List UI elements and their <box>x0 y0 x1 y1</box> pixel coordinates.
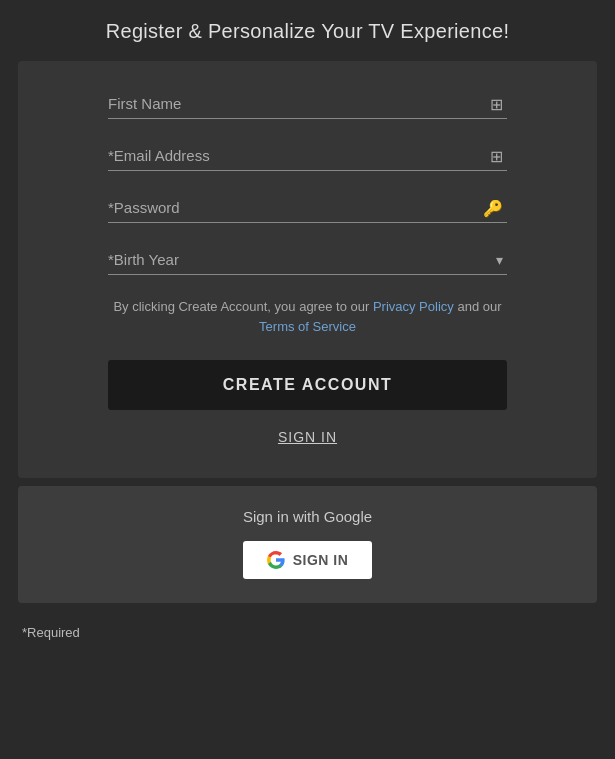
birth-year-field-group: *Birth Year 2026202520242023202220212020… <box>108 245 507 275</box>
first-name-field-group: ⊞ <box>108 89 507 119</box>
google-sign-in-button[interactable]: SIGN IN <box>243 541 373 579</box>
google-card: Sign in with Google SIGN IN <box>18 486 597 603</box>
main-card: ⊞ ⊞ 🔑 *Birth Year 2026202520242023202220… <box>18 61 597 478</box>
password-input[interactable] <box>108 193 507 223</box>
google-logo-icon <box>267 551 285 569</box>
sign-in-link-container: SIGN IN <box>108 428 507 446</box>
first-name-input[interactable] <box>108 89 507 119</box>
create-account-button[interactable]: CREATE ACCOUNT <box>108 360 507 410</box>
google-sign-in-text: Sign in with Google <box>108 508 507 525</box>
email-field-group: ⊞ <box>108 141 507 171</box>
birth-year-select[interactable]: *Birth Year 2026202520242023202220212020… <box>108 245 507 275</box>
email-icon: ⊞ <box>490 147 503 166</box>
privacy-policy-link[interactable]: Privacy Policy <box>373 299 454 314</box>
terms-of-service-link[interactable]: Terms of Service <box>259 319 356 334</box>
password-field-group: 🔑 <box>108 193 507 223</box>
page-title: Register & Personalize Your TV Experienc… <box>30 20 585 43</box>
first-name-icon: ⊞ <box>490 95 503 114</box>
required-note: *Required <box>0 611 615 654</box>
page-header: Register & Personalize Your TV Experienc… <box>0 0 615 61</box>
google-sign-in-label: SIGN IN <box>293 552 349 568</box>
password-toggle-icon[interactable]: 🔑 <box>483 199 503 218</box>
email-input[interactable] <box>108 141 507 171</box>
sign-in-link[interactable]: SIGN IN <box>278 429 337 445</box>
terms-text: By clicking Create Account, you agree to… <box>108 297 507 336</box>
